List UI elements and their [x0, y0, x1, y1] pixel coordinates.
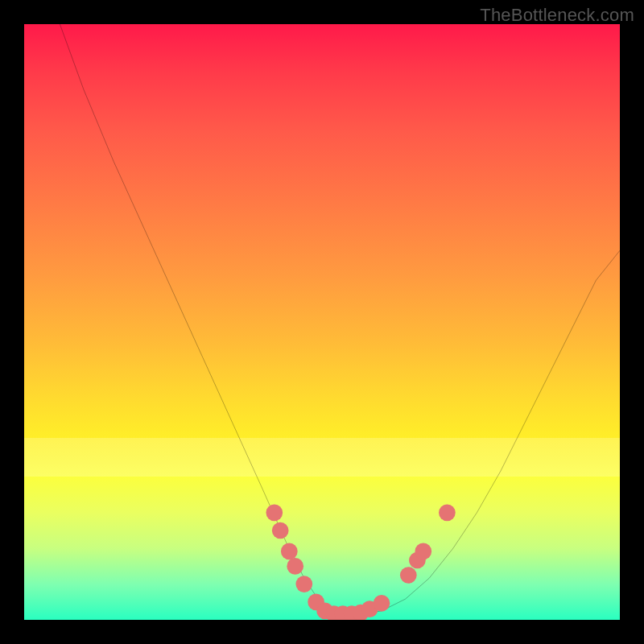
chart-curve	[60, 24, 620, 614]
chart-marker	[439, 504, 456, 521]
chart-marker	[272, 522, 289, 539]
chart-marker	[400, 567, 417, 584]
chart-svg	[24, 24, 620, 620]
chart-marker	[287, 558, 303, 575]
chart-marker	[415, 543, 431, 560]
chart-markers	[266, 504, 455, 620]
chart-marker	[266, 504, 283, 521]
chart-marker	[281, 543, 298, 560]
chart-plot-area	[24, 24, 620, 620]
watermark-text: TheBottleneck.com	[480, 5, 634, 26]
chart-marker	[374, 595, 390, 612]
chart-marker	[295, 576, 312, 592]
